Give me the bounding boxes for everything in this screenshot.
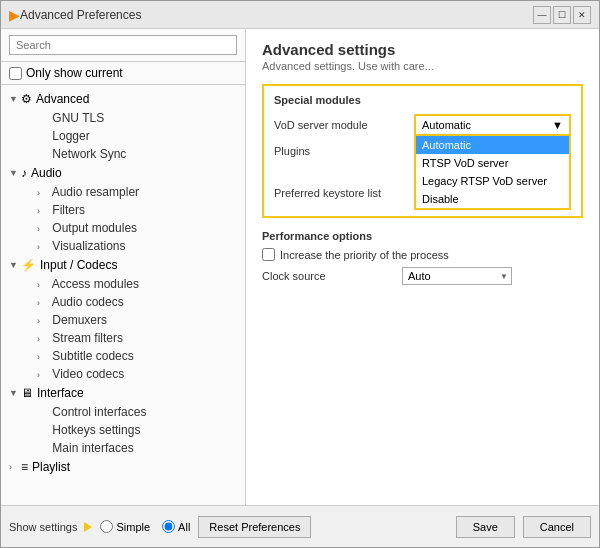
chevron-right-icon: › (37, 224, 49, 234)
increase-priority-label: Increase the priority of the process (280, 249, 449, 261)
sidebar-item-label: Input / Codecs (40, 258, 117, 272)
sidebar-item-audio-resampler[interactable]: › Audio resampler (1, 183, 245, 201)
simple-radio[interactable] (100, 520, 113, 533)
sidebar-item-interface[interactable]: ▼ 🖥 Interface (1, 383, 245, 403)
chevron-right-icon: › (37, 280, 49, 290)
page-subtitle: Advanced settings. Use with care... (262, 60, 583, 72)
sidebar-item-stream-filters[interactable]: › Stream filters (1, 329, 245, 347)
only-show-current-row: Only show current (1, 62, 245, 85)
clock-select-wrapper: Auto Default System Monotonic (402, 267, 512, 285)
sidebar-item-network-sync[interactable]: Network Sync (1, 145, 245, 163)
chevron-right-icon: › (37, 242, 49, 252)
cancel-button[interactable]: Cancel (523, 516, 591, 538)
simple-radio-label[interactable]: Simple (100, 520, 150, 533)
tree: ▼ ⚙ Advanced GNU TLS Logger Network Sync (1, 85, 245, 505)
sidebar-item-hotkeys-settings[interactable]: Hotkeys settings (1, 421, 245, 439)
vlc-icon: ▶ (9, 7, 20, 23)
clock-label: Clock source (262, 270, 402, 282)
sidebar-item-advanced[interactable]: ▼ ⚙ Advanced (1, 89, 245, 109)
vod-dropdown-button[interactable]: Automatic ▼ (414, 114, 571, 136)
sidebar-item-output-modules[interactable]: › Output modules (1, 219, 245, 237)
clock-source-select[interactable]: Auto Default System Monotonic (402, 267, 512, 285)
sidebar-item-audio-codecs[interactable]: › Audio codecs (1, 293, 245, 311)
sidebar: Only show current ▼ ⚙ Advanced GNU TLS L… (1, 29, 246, 505)
sidebar-item-label: Playlist (32, 460, 70, 474)
chevron-right-icon: › (37, 206, 49, 216)
title-bar: ▶ Advanced Preferences — ☐ ✕ (1, 1, 599, 29)
sidebar-item-logger[interactable]: Logger (1, 127, 245, 145)
sidebar-item-demuxers[interactable]: › Demuxers (1, 311, 245, 329)
playlist-icon: ≡ (21, 460, 28, 474)
expand-placeholder (37, 132, 49, 142)
sidebar-item-video-codecs[interactable]: › Video codecs (1, 365, 245, 383)
vod-row: VoD server module Automatic ▼ Automatic … (274, 114, 571, 136)
window-controls: — ☐ ✕ (533, 6, 591, 24)
sidebar-item-label: Demuxers (52, 313, 107, 327)
sidebar-item-input-codecs[interactable]: ▼ ⚡ Input / Codecs (1, 255, 245, 275)
sidebar-item-label: Control interfaces (52, 405, 146, 419)
sidebar-item-playlist[interactable]: › ≡ Playlist (1, 457, 245, 477)
sidebar-item-visualizations[interactable]: › Visualizations (1, 237, 245, 255)
sidebar-item-control-interfaces[interactable]: Control interfaces (1, 403, 245, 421)
chevron-right-icon: › (37, 352, 49, 362)
settings-radio-group: Simple All (100, 520, 190, 533)
vod-selected-value: Automatic (422, 119, 471, 131)
chevron-right-icon: › (9, 462, 21, 472)
only-show-current-checkbox[interactable] (9, 67, 22, 80)
all-radio-label[interactable]: All (162, 520, 190, 533)
special-modules-section: Special modules VoD server module Automa… (262, 84, 583, 218)
sidebar-item-label: Network Sync (52, 147, 126, 161)
advanced-preferences-window: ▶ Advanced Preferences — ☐ ✕ Only show c… (0, 0, 600, 548)
vod-option-disable[interactable]: Disable (416, 190, 569, 208)
sidebar-item-label: Audio resampler (52, 185, 139, 199)
gear-icon: ⚙ (21, 92, 32, 106)
arrow-icon (84, 522, 92, 532)
page-title: Advanced settings (262, 41, 583, 58)
interface-icon: 🖥 (21, 386, 33, 400)
chevron-down-icon: ▼ (9, 388, 21, 398)
vod-option-automatic[interactable]: Automatic (416, 136, 569, 154)
performance-title: Performance options (262, 230, 583, 242)
main-panel: Advanced settings Advanced settings. Use… (246, 29, 599, 505)
sidebar-item-label: Stream filters (52, 331, 123, 345)
sidebar-item-label: Visualizations (52, 239, 125, 253)
audio-icon: ♪ (21, 166, 27, 180)
sidebar-item-subtitle-codecs[interactable]: › Subtitle codecs (1, 347, 245, 365)
vod-option-rtsp[interactable]: RTSP VoD server (416, 154, 569, 172)
maximize-button[interactable]: ☐ (553, 6, 571, 24)
minimize-button[interactable]: — (533, 6, 551, 24)
sidebar-item-audio[interactable]: ▼ ♪ Audio (1, 163, 245, 183)
expand-placeholder (37, 150, 49, 160)
sidebar-item-label: Access modules (52, 277, 139, 291)
all-radio[interactable] (162, 520, 175, 533)
increase-priority-row: Increase the priority of the process (262, 248, 583, 261)
sidebar-item-label: Filters (52, 203, 85, 217)
window-title: Advanced Preferences (20, 8, 533, 22)
sidebar-item-label: Main interfaces (52, 441, 133, 455)
close-button[interactable]: ✕ (573, 6, 591, 24)
save-button[interactable]: Save (456, 516, 515, 538)
increase-priority-checkbox[interactable] (262, 248, 275, 261)
main-content: Only show current ▼ ⚙ Advanced GNU TLS L… (1, 29, 599, 505)
sidebar-item-label: Advanced (36, 92, 89, 106)
chevron-right-icon: › (37, 370, 49, 380)
sidebar-item-label: Output modules (52, 221, 137, 235)
all-label: All (178, 521, 190, 533)
search-input[interactable] (9, 35, 237, 55)
chevron-right-icon: › (37, 298, 49, 308)
chevron-down-icon: ▼ (9, 94, 21, 104)
sidebar-item-access-modules[interactable]: › Access modules (1, 275, 245, 293)
expand-placeholder (37, 426, 49, 436)
vod-option-legacy-rtsp[interactable]: Legacy RTSP VoD server (416, 172, 569, 190)
only-show-current-label: Only show current (26, 66, 123, 80)
simple-label: Simple (116, 521, 150, 533)
sidebar-item-main-interfaces[interactable]: Main interfaces (1, 439, 245, 457)
keystore-label: Preferred keystore list (274, 187, 414, 199)
expand-placeholder (37, 444, 49, 454)
sidebar-item-gnu-tls[interactable]: GNU TLS (1, 109, 245, 127)
bottom-bar: Show settings Simple All Reset Preferenc… (1, 505, 599, 547)
vod-label: VoD server module (274, 119, 414, 131)
performance-section: Performance options Increase the priorit… (262, 230, 583, 285)
reset-preferences-button[interactable]: Reset Preferences (198, 516, 311, 538)
sidebar-item-filters[interactable]: › Filters (1, 201, 245, 219)
